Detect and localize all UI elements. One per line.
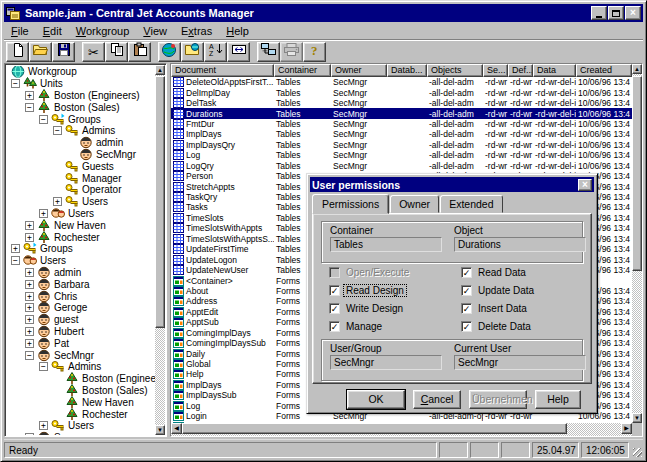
expand-icon[interactable]: + xyxy=(11,244,20,253)
menu-item-extras[interactable]: Extras xyxy=(174,24,219,38)
cut-button[interactable]: ✂ xyxy=(82,42,105,62)
collapse-icon[interactable]: − xyxy=(25,103,34,112)
save-button[interactable] xyxy=(52,42,75,62)
menu-item-workgroup[interactable]: Workgroup xyxy=(69,24,137,38)
tree-item-rochester[interactable]: +Rochester xyxy=(7,231,155,243)
checkbox-label[interactable]: Update Data xyxy=(476,285,536,296)
scroll-left-button[interactable]: ◀ xyxy=(171,423,182,434)
checkbox-read-data[interactable]: ✓ xyxy=(461,267,472,278)
collapse-icon[interactable]: − xyxy=(53,126,62,135)
table-horizontal-scrollbar[interactable]: ◀ ▶ xyxy=(171,423,642,436)
tree-item-hubert[interactable]: +Hubert xyxy=(7,326,155,338)
column-header-document[interactable]: Document xyxy=(171,64,274,77)
tree-item-guests[interactable]: Guests xyxy=(7,160,155,172)
dialog-close-button[interactable]: × xyxy=(578,179,592,191)
table-row-fmtdur[interactable]: FmtDurTablesSecMngr-all-del-adm-rd-wr-rd… xyxy=(171,119,632,129)
table-row-delimplday[interactable]: DelImplDayTablesSecMngr-all-del-adm-rd-w… xyxy=(171,87,632,97)
sort-az-button[interactable]: AZ xyxy=(204,42,227,62)
scroll-down-button[interactable]: ▼ xyxy=(632,413,642,423)
scroll-down-button[interactable]: ▼ xyxy=(155,425,165,435)
open-workgroup-button[interactable] xyxy=(181,42,204,62)
checkbox-open-execute[interactable] xyxy=(329,267,340,278)
expand-icon[interactable]: + xyxy=(25,292,34,301)
tree-item-groups[interactable]: −Groups xyxy=(7,113,155,125)
table-row-log[interactable]: LogTablesSecMngr-all-del-adm-rd-wr-rd-wr… xyxy=(171,150,632,160)
table-row-durations[interactable]: DurationsTablesSecMngr-all-del-adm-rd-wr… xyxy=(171,108,632,118)
column-header-data[interactable]: Data xyxy=(533,64,576,77)
tree-item-secmngr[interactable]: SecMngr xyxy=(7,149,155,161)
expand-icon[interactable]: + xyxy=(25,221,34,230)
tree-item-boston-sales[interactable]: Boston (Sales) xyxy=(7,385,155,397)
replicate-button[interactable] xyxy=(257,42,280,62)
checkbox-label[interactable]: Write Design xyxy=(344,303,405,314)
column-header-owner[interactable]: Owner xyxy=(331,64,387,77)
checkbox-update-data[interactable]: ✓ xyxy=(461,285,472,296)
scroll-track[interactable] xyxy=(182,423,621,434)
bernehmen-button[interactable]: Übernehmen xyxy=(469,390,527,409)
tree-item-admin[interactable]: +admin xyxy=(7,267,155,279)
tree-item-geroge[interactable]: +Geroge xyxy=(7,302,155,314)
tree-item-boston-engineers[interactable]: Boston (Engineers) xyxy=(7,373,155,385)
exchange-button[interactable] xyxy=(227,42,250,62)
ok-button[interactable]: OK xyxy=(347,390,405,409)
close-button[interactable]: × xyxy=(625,6,641,20)
checkbox-label[interactable]: Open/Execute xyxy=(344,267,411,278)
tree-vertical-scrollbar[interactable]: ▲ ▼ xyxy=(155,65,165,435)
column-header-container[interactable]: Container xyxy=(274,64,331,77)
checkbox-label[interactable]: Read Data xyxy=(476,267,528,278)
tree-item-groups[interactable]: +Groups xyxy=(7,243,155,255)
new-button[interactable] xyxy=(6,42,29,62)
table-row-logqry[interactable]: LogQryTablesSecMngr-all-del-adm-rd-wr-rd… xyxy=(171,161,632,171)
column-header-created[interactable]: Created xyxy=(576,64,632,77)
resize-grip[interactable] xyxy=(631,442,643,458)
table-vertical-scrollbar[interactable]: ▲ ▼ xyxy=(632,64,642,423)
expand-icon[interactable]: + xyxy=(25,91,34,100)
tree-item-users[interactable]: +Users xyxy=(7,196,155,208)
tree-item-boston-sales[interactable]: −Boston (Sales) xyxy=(7,101,155,113)
tab-extended[interactable]: Extended xyxy=(440,195,502,213)
tree-item-susan[interactable]: +Susan xyxy=(7,432,155,435)
tree-item-barbara[interactable]: +Barbara xyxy=(7,278,155,290)
open-button[interactable] xyxy=(29,42,52,62)
scroll-thumb[interactable] xyxy=(182,423,567,434)
scroll-right-button[interactable]: ▶ xyxy=(621,423,632,434)
expand-icon[interactable]: + xyxy=(25,280,34,289)
collapse-icon[interactable]: − xyxy=(11,256,20,265)
print-button[interactable] xyxy=(280,42,303,62)
column-header-datab[interactable]: Datab... xyxy=(387,64,427,77)
tree-item-secmngr[interactable]: −SecMngr xyxy=(7,349,155,361)
table-row-impldays[interactable]: ImplDaysTablesSecMngr-all-del-adm-rd-wr-… xyxy=(171,129,632,139)
tree-item-pat[interactable]: +Pat xyxy=(7,337,155,349)
tree-item-boston-engineers[interactable]: +Boston (Engineers) xyxy=(7,90,155,102)
expand-icon[interactable]: + xyxy=(25,303,34,312)
workgroup-button[interactable] xyxy=(158,42,181,62)
checkbox-label[interactable]: Read Design xyxy=(344,285,406,296)
tree-item-guest[interactable]: +guest xyxy=(7,314,155,326)
checkbox-manage[interactable]: ✓ xyxy=(329,321,340,332)
copy-button[interactable] xyxy=(105,42,128,62)
tree-item-manager[interactable]: Manager xyxy=(7,172,155,184)
expand-icon[interactable]: + xyxy=(39,421,48,430)
checkbox-label[interactable]: Delete Data xyxy=(476,321,533,332)
help-button[interactable]: ? xyxy=(303,42,326,62)
table-row-deleteoldapptsfirstt[interactable]: DeleteOldApptsFirstT...TablesSecMngr-all… xyxy=(171,77,632,87)
checkbox-insert-data[interactable]: ✓ xyxy=(461,303,472,314)
menu-item-help[interactable]: Help xyxy=(219,24,256,38)
column-header-objects[interactable]: Objects xyxy=(427,64,483,77)
tree-item-new-haven[interactable]: +New Haven xyxy=(7,219,155,231)
tree-item-chris[interactable]: +Chris xyxy=(7,290,155,302)
expand-icon[interactable]: + xyxy=(39,209,48,218)
tree-item-users[interactable]: −Users xyxy=(7,255,155,267)
tree-item-new-haven[interactable]: New Haven xyxy=(7,396,155,408)
collapse-icon[interactable]: − xyxy=(39,362,48,371)
expand-icon[interactable]: + xyxy=(25,339,34,348)
tree-item-operator[interactable]: Operator xyxy=(7,184,155,196)
tree-item-users[interactable]: +Users xyxy=(7,420,155,432)
collapse-icon[interactable]: − xyxy=(11,79,20,88)
scroll-track[interactable] xyxy=(155,75,165,425)
tree-item-rochester[interactable]: Rochester xyxy=(7,408,155,420)
scroll-track[interactable] xyxy=(632,74,642,413)
scroll-thumb[interactable] xyxy=(632,76,642,271)
help-button[interactable]: Help xyxy=(535,390,581,409)
column-header-def[interactable]: Def... xyxy=(508,64,533,77)
